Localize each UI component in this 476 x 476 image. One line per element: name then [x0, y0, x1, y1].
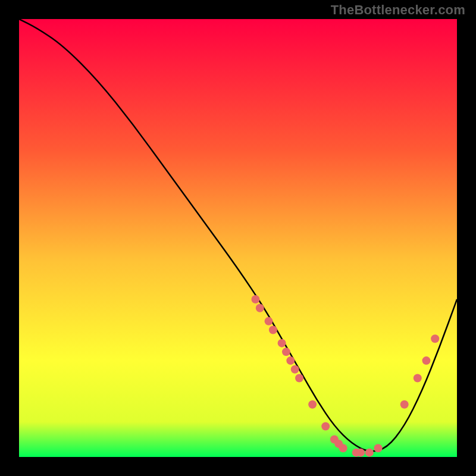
scatter-point — [265, 317, 273, 325]
scatter-point — [278, 339, 286, 347]
scatter-point — [400, 400, 409, 409]
scatter-point — [286, 356, 295, 365]
scatter-point — [295, 374, 303, 383]
scatter-point — [282, 347, 290, 356]
gradient-background — [19, 19, 457, 457]
scatter-point — [365, 449, 374, 457]
chart-plot — [19, 19, 457, 457]
scatter-point — [321, 422, 330, 430]
attribution-text: TheBottlenecker.com — [331, 2, 465, 18]
scatter-point — [414, 374, 422, 383]
scatter-point — [422, 356, 430, 365]
scatter-point — [356, 449, 365, 457]
scatter-point — [269, 326, 277, 334]
scatter-point — [256, 304, 264, 312]
scatter-point — [431, 334, 439, 343]
scatter-point — [374, 444, 383, 452]
scatter-point — [308, 400, 317, 409]
scatter-point — [251, 295, 259, 303]
scatter-point — [291, 365, 299, 374]
scatter-point — [339, 444, 347, 452]
chart-svg — [19, 19, 457, 457]
chart-stage: TheBottlenecker.com — [0, 0, 476, 476]
